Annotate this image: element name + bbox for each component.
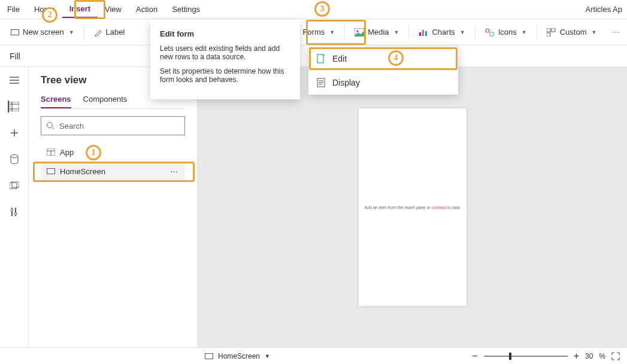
chevron-down-icon: ▼ [460,29,465,35]
screen-icon [47,168,55,174]
tooltip-title: Edit form [160,29,290,38]
tree-app-label: App [60,148,74,157]
svg-point-17 [11,209,13,211]
zoom-pct: % [599,352,605,360]
fit-screen-icon[interactable] [611,352,620,360]
overflow-icon[interactable]: ⋯ [612,28,620,37]
tab-components[interactable]: Components [83,95,128,108]
tab-screens[interactable]: Screens [41,95,71,108]
screen-icon [11,29,19,35]
label-text: Label [106,28,125,37]
edit-form-tooltip: Edit form Lets users edit existing field… [150,20,300,99]
new-screen-button[interactable]: New screen ▼ [7,25,78,39]
rail-advanced[interactable] [8,206,20,218]
tree-homescreen-label: HomeScreen [60,167,105,176]
new-screen-label: New screen [23,28,64,37]
property-label: Fill [10,51,20,61]
menu-settings[interactable]: Settings [165,1,207,17]
menu-file[interactable]: File [0,1,27,17]
zoom-slider[interactable] [484,356,568,357]
chevron-down-icon[interactable]: ▼ [265,353,270,359]
screen-preview[interactable]: Add an item from the Insert pane or conn… [359,108,467,306]
tree-homescreen-node[interactable]: HomeScreen ⋯ [41,162,185,181]
label-button[interactable]: Label [90,25,129,39]
rail-hamburger[interactable] [8,74,20,86]
separator [537,25,537,40]
connect-to-data-link[interactable]: connect to data [431,205,461,210]
chevron-down-icon: ▼ [592,29,597,35]
app-icon [47,148,55,156]
dropdown-display[interactable]: Display [308,71,458,95]
chevron-down-icon: ▼ [69,29,74,35]
custom-label: Custom [560,28,587,37]
tree-app-node[interactable]: App [41,142,185,162]
more-icon[interactable]: ⋯ [170,167,185,176]
zoom-out-button[interactable]: − [472,351,477,362]
svg-rect-5 [425,31,427,36]
form-edit-icon [317,54,325,63]
rail-data[interactable] [8,153,20,165]
charts-label: Charts [432,28,455,37]
tooltip-p1: Lets users edit existing fields and add … [160,44,290,61]
empty-hint: Add an item from the Insert pane or conn… [365,205,461,210]
tooltip-p2: Set its properties to determine how this… [160,67,290,84]
svg-rect-4 [422,30,424,36]
svg-rect-11 [10,102,19,111]
svg-rect-21 [317,54,323,63]
separator [84,25,84,40]
menu-view[interactable]: View [98,1,129,17]
custom-button[interactable]: Custom ▼ [543,25,601,39]
dropdown-display-label: Display [332,78,360,87]
chevron-down-icon: ▼ [394,29,399,35]
media-button[interactable]: Media ▼ [351,25,402,39]
zoom-in-button[interactable]: + [574,351,579,362]
svg-rect-3 [419,32,421,36]
status-screen-name[interactable]: HomeScreen [218,352,260,360]
dropdown-edit[interactable]: Edit [308,47,458,71]
svg-point-6 [486,29,489,32]
statusbar: HomeScreen ▼ − + 30 % [0,347,627,364]
pencil-icon [94,28,102,37]
media-label: Media [368,28,389,37]
chevron-down-icon: ▼ [522,29,527,35]
svg-point-19 [47,123,53,128]
menu-insert[interactable]: Insert [62,1,98,18]
forms-label: Forms [302,28,325,37]
icons-label: Icons [498,28,517,37]
rail-tree-view[interactable] [8,101,20,113]
menu-home[interactable]: Home [27,1,62,17]
charts-button[interactable]: Charts ▼ [415,25,468,39]
zoom-value: 30 [585,352,593,360]
zoom-controls: − + 30 % [472,351,620,362]
app-title: Articles Ap [586,5,627,14]
separator [475,25,475,40]
svg-rect-10 [547,33,550,37]
dropdown-edit-label: Edit [332,54,347,63]
shapes-icon [485,28,495,37]
search-placeholder: Search [59,122,84,131]
svg-point-18 [14,213,17,215]
canvas[interactable]: Add an item from the Insert pane or conn… [198,67,627,347]
left-rail [0,67,29,347]
menu-action[interactable]: Action [129,1,165,17]
menubar: File Home Insert View Action Settings Ar… [0,0,627,19]
image-icon [355,28,364,37]
separator [344,25,345,40]
search-icon [46,122,54,130]
svg-point-2 [357,30,359,32]
screen-icon [205,353,213,359]
svg-rect-8 [547,28,550,32]
svg-rect-9 [552,28,555,32]
svg-point-12 [11,155,18,158]
rail-media[interactable] [8,180,20,192]
icons-button[interactable]: Icons ▼ [481,25,531,39]
form-display-icon [317,78,325,87]
tree-view-pane: Tree view Screens Components Search App … [29,67,198,347]
rail-insert[interactable] [8,127,20,139]
search-input[interactable]: Search [41,116,185,135]
separator [408,25,409,40]
chevron-down-icon: ▼ [329,29,335,35]
chart-icon [419,28,428,37]
forms-dropdown: Edit Display [308,47,458,95]
grid-icon [547,28,556,37]
